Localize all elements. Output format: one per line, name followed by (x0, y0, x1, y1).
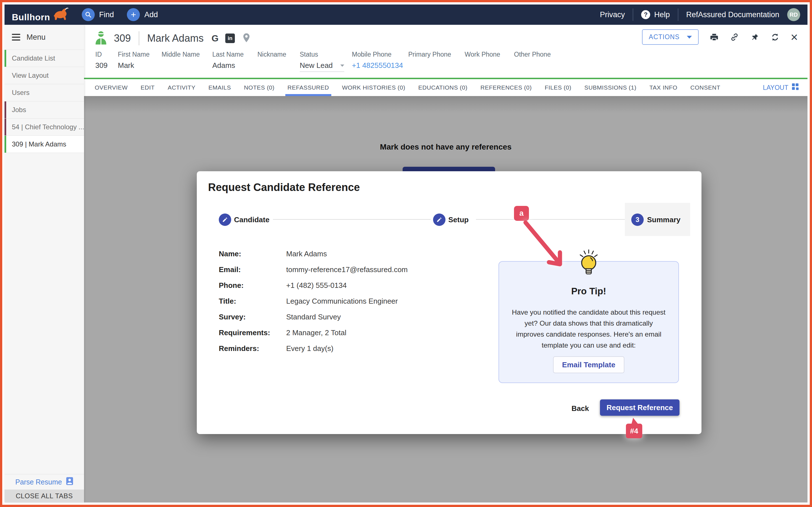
find-button[interactable]: Find (82, 8, 114, 21)
field-value: 309 (95, 61, 118, 70)
app-window: Bullhorn Find + Add Privacy (0, 0, 812, 507)
tab-educations[interactable]: EDUCATIONS (0) (416, 79, 470, 96)
tab-work-histories[interactable]: WORK HISTORIES (0) (340, 79, 407, 96)
link-icon[interactable] (730, 33, 739, 42)
resume-document-icon (66, 477, 73, 487)
summary-value: 2 Manager, 2 Total (286, 328, 346, 337)
summary-label: Phone: (219, 281, 286, 290)
field-value (257, 61, 300, 69)
step-summary-label[interactable]: Summary (647, 214, 680, 226)
layout-label: LAYOUT (763, 84, 788, 92)
search-icon (82, 8, 95, 21)
summary-row-requirements: Requirements: 2 Manager, 2 Total (219, 325, 408, 341)
status-dropdown[interactable]: New Lead (300, 61, 344, 72)
back-button[interactable]: Back (565, 403, 596, 414)
tab-submissions[interactable]: SUBMISSIONS (1) (582, 79, 639, 96)
sidebar-item-users[interactable]: Users (4, 84, 84, 101)
summary-value: +1 (482) 555-0134 (286, 281, 347, 290)
tab-refassured[interactable]: REFASSURED (285, 79, 331, 96)
tab-edit[interactable]: EDIT (139, 79, 157, 96)
summary-row-email: Email: tommy-reference17@refassured.com (219, 262, 408, 277)
field-label: Other Phone (514, 51, 562, 58)
mobile-phone-link[interactable]: +1 4825550134 (352, 61, 408, 70)
tab-overview[interactable]: OVERVIEW (93, 79, 130, 96)
tab-references[interactable]: REFERENCES (0) (478, 79, 534, 96)
step-candidate-label[interactable]: Candidate (234, 214, 269, 226)
layout-grid-icon (792, 83, 799, 92)
pro-tip-title: Pro Tip! (499, 286, 678, 297)
record-name: Mark Adams (147, 33, 204, 44)
pin-icon[interactable] (750, 33, 760, 42)
layout-button[interactable]: LAYOUT (763, 83, 799, 92)
tab-emails[interactable]: EMAILS (206, 79, 233, 96)
linkedin-icon[interactable]: in (225, 34, 235, 43)
summary-row-reminders: Reminders: Every 1 day(s) (219, 341, 408, 356)
location-pin-icon[interactable] (242, 33, 251, 44)
close-all-tabs-button[interactable]: CLOSE ALL TABS (4, 490, 84, 503)
sidebar-item-jobs[interactable]: Jobs (4, 101, 84, 119)
actions-button[interactable]: ACTIONS (642, 29, 699, 45)
field-label: Status (300, 51, 352, 58)
step-summary-number[interactable]: 3 (631, 214, 644, 226)
summary-value: Standard Survey (286, 313, 341, 321)
request-reference-button[interactable]: Request Reference (600, 399, 679, 416)
status-value: New Lead (300, 61, 333, 70)
summary-value: tommy-reference17@refassured.com (286, 265, 408, 274)
field-value (161, 61, 212, 69)
refresh-icon[interactable] (770, 33, 780, 42)
email-template-button[interactable]: Email Template (553, 356, 624, 373)
avatar[interactable]: RD (787, 8, 800, 21)
pro-tip-card: Pro Tip! Have you notified the candidate… (499, 261, 679, 383)
sidebar-item-view-layout[interactable]: View Layout (4, 67, 84, 84)
summary-label: Requirements: (219, 328, 286, 337)
tab-files[interactable]: FILES (0) (543, 79, 573, 96)
docs-link[interactable]: RefAssured Documentation (686, 10, 779, 19)
chevron-down-icon (340, 64, 344, 67)
help-button[interactable]: ? Help (641, 10, 670, 19)
sidebar: Menu Candidate List View Layout Users Jo… (4, 25, 84, 503)
summary-row-title: Title: Legacy Communications Engineer (219, 293, 408, 309)
parse-resume-button[interactable]: Parse Resume (4, 474, 84, 490)
divider (633, 8, 633, 21)
summary-fields: Name: Mark Adams Email: tommy-reference1… (219, 246, 408, 356)
print-icon[interactable] (709, 33, 719, 42)
privacy-link[interactable]: Privacy (600, 10, 625, 19)
google-icon[interactable]: G (211, 33, 218, 44)
annotation-arrow (518, 219, 568, 272)
field-label: Middle Name (161, 51, 212, 58)
field-value: Adams (212, 61, 257, 70)
tab-activity[interactable]: ACTIVITY (165, 79, 198, 96)
sidebar-item-candidate-309[interactable]: 309 | Mark Adams (4, 136, 84, 153)
field-value (514, 61, 562, 69)
field-label: Nickname (257, 51, 300, 58)
sidebar-item-job-54[interactable]: 54 | Chief Technology ... (4, 119, 84, 136)
sidebar-item-candidate-list[interactable]: Candidate List (4, 50, 84, 67)
tab-consent[interactable]: CONSENT (688, 79, 723, 96)
add-button[interactable]: + Add (127, 8, 158, 21)
field-label: Primary Phone (408, 51, 465, 58)
field-label: ID (95, 51, 118, 58)
annotation-badge-4-label: #4 (630, 427, 638, 436)
summary-value: Every 1 day(s) (286, 344, 334, 353)
tab-tax-info[interactable]: TAX INFO (647, 79, 679, 96)
field-label: First Name (118, 51, 161, 58)
step-connector (273, 219, 431, 220)
bullhorn-logo[interactable]: Bullhorn (12, 7, 69, 22)
close-icon[interactable]: × (791, 31, 798, 43)
field-label: Mobile Phone (352, 51, 408, 58)
summary-label: Survey: (219, 313, 286, 321)
step-candidate-icon[interactable] (219, 214, 231, 226)
modal-title: Request Candidate Reference (208, 181, 360, 193)
question-icon: ? (641, 10, 650, 19)
bull-logo-icon (51, 7, 69, 22)
find-label: Find (99, 10, 114, 19)
tab-notes[interactable]: NOTES (0) (242, 79, 276, 96)
step-setup-icon[interactable] (433, 214, 446, 226)
record-id: 309 (114, 33, 131, 44)
add-label: Add (144, 10, 158, 19)
chevron-down-icon (687, 36, 692, 39)
menu-toggle[interactable]: Menu (4, 25, 84, 50)
plus-icon: + (127, 8, 140, 21)
summary-value: Legacy Communications Engineer (286, 297, 398, 305)
step-setup-label[interactable]: Setup (448, 214, 469, 226)
